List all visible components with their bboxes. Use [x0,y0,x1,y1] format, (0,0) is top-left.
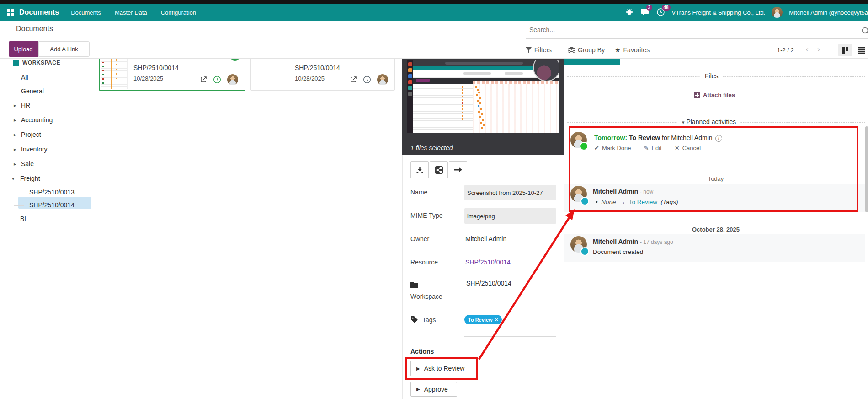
divider-line [749,230,854,230]
planned-activities-label[interactable]: ▾ Planned activities [677,118,740,125]
add-a-link-button[interactable]: Add A Link [38,41,90,57]
upload-button[interactable]: Upload [9,41,38,57]
tree-connector [14,183,14,208]
company-switcher[interactable]: VTrans Freight & Shipping Co., Ltd. [672,9,766,16]
group-by-button[interactable]: Group By [568,46,605,54]
menu-configuration[interactable]: Configuration [161,9,196,16]
caret-right-icon[interactable]: ▸ [14,117,16,123]
preview-image[interactable] [407,60,559,133]
message-author: Mitchell Admin - now [593,188,653,195]
preview-task-list [413,84,473,133]
apps-grid-icon[interactable] [6,8,15,16]
play-icon: ▶ [416,366,420,371]
tags-label: Tags [422,316,436,324]
caret-right-icon[interactable]: ▸ [14,102,16,108]
attach-files-button[interactable]: Attach files [694,92,735,98]
filters-button[interactable]: Filters [526,46,552,54]
edit-activity-button[interactable]: ✎Edit [644,145,661,151]
workspace-value[interactable]: SHP/2510/0014 [466,280,511,287]
card-owner-avatar[interactable] [227,74,238,85]
sidebar-item-all[interactable]: All [21,74,28,81]
actions-label: Actions [410,348,434,355]
search-underline [526,38,868,39]
menu-master-data[interactable]: Master Data [115,9,147,16]
favorites-button[interactable]: ★ Favorites [615,46,650,54]
cross-icon: ✕ [675,145,680,151]
activities-clock-icon[interactable]: 48 [656,8,666,17]
caret-right-icon[interactable]: ▸ [14,132,16,138]
tag-remove-icon[interactable]: ✕ [495,318,499,322]
view-switch-kanban[interactable] [838,44,852,56]
user-menu[interactable]: Mitchell Admin (qynoeeqvyt5a [789,9,868,16]
resource-link[interactable]: SHP/2510/0014 [465,259,511,266]
online-status-dot [580,142,588,151]
workspace-label: Workspace [410,293,442,300]
files-divider-label: Files [700,72,723,80]
sidebar-item-hr[interactable]: HR [21,102,30,109]
pager-previous-icon[interactable]: ‹ [806,45,809,54]
sidebar-item-accounting[interactable]: Accounting [21,116,53,124]
approve-button[interactable]: ▶ Approve [410,382,457,397]
ask-to-review-button[interactable]: ▶ Ask to Review [410,361,474,376]
sidebar-item-general[interactable]: General [21,87,44,95]
mark-done-button[interactable]: ✔Mark Done [594,145,631,151]
search-icon[interactable] [861,27,868,36]
bullet-icon: • [596,199,598,205]
download-button[interactable] [410,161,429,178]
debug-bug-icon[interactable] [625,8,634,17]
sidebar-item-inventory[interactable]: Inventory [21,146,48,153]
menu-documents[interactable]: Documents [71,9,101,16]
chatter-scrollbar[interactable] [865,126,868,212]
breadcrumb: Documents [16,25,53,33]
card-title: SHP/2510/0014 [133,64,179,71]
sidebar-item-bl[interactable]: BL [20,215,28,222]
divider-line [738,179,841,179]
external-link-icon[interactable] [200,76,207,83]
status-dot [580,197,589,205]
info-icon[interactable]: i [715,135,722,142]
check-icon: ✔ [594,145,599,151]
preview-task-markers [462,86,463,88]
pager-next-icon[interactable]: › [817,45,820,54]
document-card-selected[interactable]: SHP/2510/0014 10/28/2025 ✔ [99,59,245,91]
name-input[interactable]: Screenshot from 2025-10-27 [464,185,556,200]
messages-icon[interactable]: 3 [641,8,650,17]
document-card[interactable]: SHP/2510/0014 10/28/2025 [250,59,395,91]
mime-type-input[interactable]: image/png [464,208,556,224]
caret-down-icon[interactable]: ▾ [12,176,15,182]
view-switch-list[interactable] [855,44,868,56]
messages-badge: 3 [646,5,653,11]
activity-clock-icon[interactable] [363,75,371,84]
caret-down-icon: ▾ [682,119,685,125]
message-time: - 17 days ago [640,239,673,245]
owner-label: Owner [410,235,429,243]
activities-badge: 48 [662,5,671,11]
sidebar-item-shp-0014[interactable]: SHP/2510/0014 [29,201,75,209]
external-link-icon[interactable] [350,76,357,83]
message-time: - now [640,189,653,195]
activity-clock-icon[interactable] [213,75,221,84]
caret-right-icon[interactable]: ▸ [14,146,16,152]
sidebar-item-sale[interactable]: Sale [21,160,34,167]
preview-gantt-header [473,81,559,84]
change-arrow-icon: → [619,199,626,205]
search-input[interactable] [528,26,786,34]
today-divider: Today [564,175,868,182]
status-dot [580,247,589,256]
user-avatar[interactable] [772,7,783,18]
cancel-activity-button[interactable]: ✕Cancel [675,145,701,151]
share-button[interactable] [430,161,448,178]
card-date: 10/28/2025 [133,75,163,82]
sidebar-item-project[interactable]: Project [21,131,41,138]
sidebar-item-freight[interactable]: Freight [20,175,40,182]
sidebar-item-shp-0013[interactable]: SHP/2510/0013 [29,189,75,196]
filter-funnel-icon [526,47,532,53]
browser-top-strip [0,0,868,4]
layers-icon [568,47,575,53]
caret-right-icon[interactable]: ▸ [14,161,16,167]
card-owner-avatar[interactable] [377,74,388,85]
move-arrow-button[interactable] [449,161,467,178]
owner-value[interactable]: Mitchell Admin [465,235,506,243]
tag-chip-to-review[interactable]: To Review ✕ [464,315,502,324]
selected-check-icon[interactable]: ✔ [228,59,242,62]
